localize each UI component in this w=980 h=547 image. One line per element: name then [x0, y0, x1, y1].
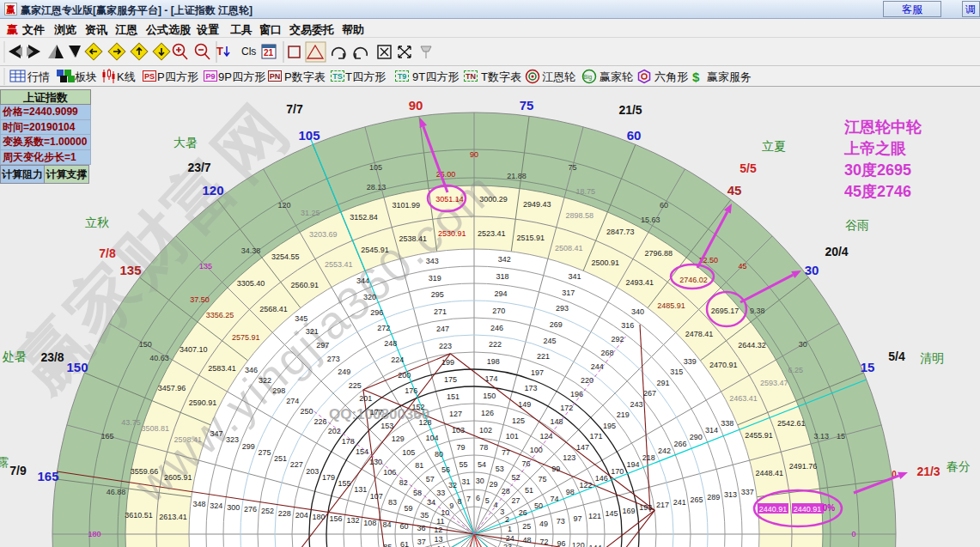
- svg-text:立秋: 立秋: [85, 216, 109, 229]
- svg-text:248: 248: [384, 339, 397, 348]
- svg-text:298: 298: [272, 386, 285, 395]
- svg-text:3.13: 3.13: [813, 432, 829, 441]
- svg-text:2515.91: 2515.91: [517, 234, 545, 242]
- svg-text:313: 313: [724, 490, 737, 499]
- svg-text:56: 56: [441, 465, 450, 474]
- svg-text:2500.91: 2500.91: [592, 258, 620, 267]
- svg-text:2593.47: 2593.47: [760, 379, 788, 387]
- svg-text:15.63: 15.63: [641, 216, 660, 224]
- svg-text:101: 101: [506, 432, 519, 441]
- svg-text:10: 10: [441, 508, 449, 517]
- svg-text:7: 7: [466, 495, 471, 503]
- svg-text:152: 152: [411, 403, 424, 411]
- svg-text:5/4: 5/4: [888, 349, 905, 363]
- svg-text:273: 273: [327, 355, 340, 363]
- svg-text:60: 60: [399, 522, 408, 531]
- svg-text:3457.96: 3457.96: [158, 384, 186, 392]
- svg-text:218: 218: [642, 453, 655, 462]
- svg-text:103: 103: [452, 426, 465, 435]
- svg-text:274: 274: [286, 397, 299, 405]
- svg-text:171: 171: [589, 432, 602, 441]
- svg-text:125: 125: [512, 416, 525, 425]
- svg-text:105: 105: [402, 448, 415, 457]
- svg-text:12: 12: [434, 526, 442, 534]
- svg-text:83: 83: [388, 498, 397, 507]
- svg-text:249: 249: [338, 368, 350, 376]
- svg-text:32: 32: [448, 481, 457, 489]
- svg-text:124: 124: [540, 432, 553, 441]
- svg-text:2598.41: 2598.41: [174, 435, 203, 444]
- svg-text:316: 316: [621, 321, 634, 330]
- svg-text:30度2695: 30度2695: [844, 161, 911, 179]
- svg-text:$: $: [692, 70, 700, 84]
- svg-text:338: 338: [721, 419, 733, 428]
- svg-text:30: 30: [476, 477, 484, 485]
- svg-text:246: 246: [490, 324, 503, 332]
- svg-text:45度2746: 45度2746: [844, 183, 911, 200]
- svg-text:84: 84: [383, 520, 392, 529]
- svg-text:318: 318: [496, 272, 509, 281]
- svg-text:276: 276: [244, 505, 257, 514]
- svg-text:80: 80: [435, 450, 443, 459]
- svg-text:221: 221: [537, 352, 550, 361]
- svg-text:3356.25: 3356.25: [206, 311, 234, 319]
- svg-text:123: 123: [563, 453, 575, 462]
- svg-text:228: 228: [278, 509, 291, 518]
- svg-text:289: 289: [707, 493, 720, 501]
- svg-text:7/7: 7/7: [286, 102, 303, 116]
- svg-text:28.13: 28.13: [367, 183, 387, 191]
- svg-text:201: 201: [359, 394, 372, 403]
- svg-text:271: 271: [434, 307, 447, 316]
- svg-text:2440.91: 2440.91: [759, 505, 788, 514]
- svg-text:180: 180: [88, 530, 100, 538]
- svg-text:2695.17: 2695.17: [711, 307, 740, 315]
- svg-text:149: 149: [518, 400, 531, 409]
- svg-text:300: 300: [227, 503, 240, 512]
- svg-text:128: 128: [418, 418, 431, 427]
- svg-text:5: 5: [485, 496, 490, 505]
- svg-text:3: 3: [500, 507, 504, 516]
- svg-text:2590.91: 2590.91: [189, 398, 217, 407]
- svg-text:175: 175: [444, 375, 457, 384]
- svg-text:78: 78: [479, 443, 488, 452]
- svg-text:Cls: Cls: [241, 46, 256, 58]
- svg-text:173: 173: [525, 384, 538, 392]
- svg-text:5/5: 5/5: [740, 161, 757, 175]
- svg-text:61: 61: [400, 540, 409, 547]
- svg-text:30: 30: [799, 340, 807, 349]
- svg-text:275: 275: [258, 448, 271, 457]
- svg-text:104: 104: [425, 434, 438, 442]
- svg-text:45: 45: [738, 262, 746, 270]
- svg-text:293: 293: [556, 304, 569, 313]
- svg-text:73: 73: [557, 517, 565, 526]
- svg-text:75: 75: [568, 163, 576, 172]
- svg-text:3407.10: 3407.10: [180, 345, 208, 354]
- svg-text:251: 251: [274, 454, 287, 463]
- svg-text:150: 150: [66, 360, 88, 374]
- svg-text:27: 27: [511, 496, 520, 505]
- svg-text:98: 98: [566, 488, 575, 496]
- svg-text:148: 148: [550, 417, 563, 426]
- svg-text:290: 290: [690, 433, 703, 441]
- svg-text:105: 105: [298, 128, 320, 143]
- svg-text:20/4: 20/4: [825, 245, 848, 258]
- svg-text:1: 1: [508, 525, 512, 533]
- svg-text:268: 268: [601, 349, 614, 357]
- svg-text:11: 11: [436, 517, 444, 526]
- svg-text:150: 150: [483, 392, 496, 400]
- svg-text:223: 223: [439, 342, 452, 350]
- svg-text:9: 9: [449, 501, 453, 510]
- svg-text:348: 348: [192, 500, 205, 508]
- svg-text:292: 292: [611, 335, 624, 343]
- svg-text:31: 31: [462, 477, 471, 486]
- svg-text:75: 75: [520, 98, 534, 112]
- svg-text:0%: 0%: [823, 503, 836, 513]
- svg-text:200: 200: [398, 371, 411, 380]
- svg-text:25: 25: [522, 522, 531, 531]
- svg-text:122: 122: [579, 481, 592, 489]
- svg-text:23/8: 23/8: [40, 350, 64, 364]
- svg-text:上帝之眼: 上帝之眼: [843, 140, 907, 157]
- svg-text:21: 21: [264, 48, 274, 58]
- svg-text:21.88: 21.88: [507, 172, 527, 180]
- svg-text:18.75: 18.75: [576, 187, 596, 196]
